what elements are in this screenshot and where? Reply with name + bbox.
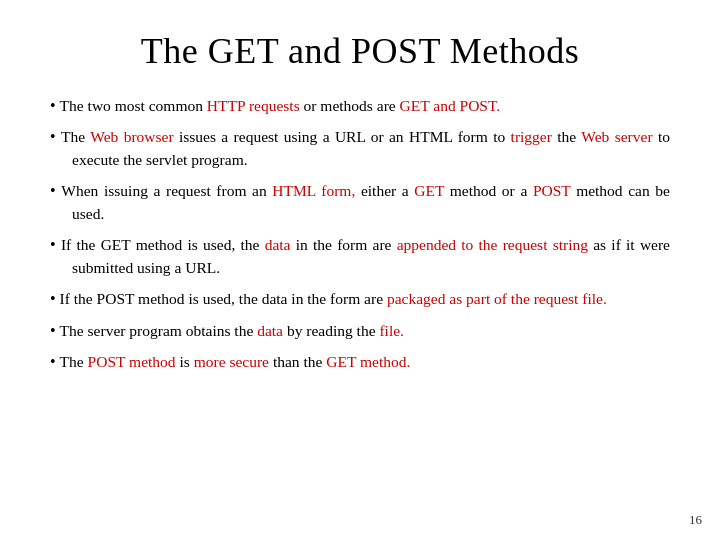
bullet-text: The server program obtains the data by r… <box>60 322 404 339</box>
highlight: HTTP requests <box>207 97 300 114</box>
highlight: Web server <box>581 128 652 145</box>
list-item: If the POST method is used, the data in … <box>50 287 670 310</box>
bullet-list: The two most common HTTP requests or met… <box>50 94 670 374</box>
highlight: Web browser <box>90 128 173 145</box>
slide: The GET and POST Methods The two most co… <box>0 0 720 540</box>
bullet-text: When issuing a request from an HTML form… <box>61 182 670 221</box>
list-item: The two most common HTTP requests or met… <box>50 94 670 117</box>
bullet-text: The two most common HTTP requests or met… <box>60 97 501 114</box>
bullet-text: If the POST method is used, the data in … <box>60 290 607 307</box>
highlight: GET method. <box>326 353 410 370</box>
highlight: data <box>265 236 291 253</box>
highlight: HTML form, <box>272 182 355 199</box>
highlight: packaged as part of the request file. <box>387 290 607 307</box>
highlight: file. <box>379 322 404 339</box>
highlight: appended to the request string <box>397 236 588 253</box>
page-number: 16 <box>689 512 702 528</box>
list-item: When issuing a request from an HTML form… <box>50 179 670 225</box>
list-item: The POST method is more secure than the … <box>50 350 670 373</box>
bullet-text: If the GET method is used, the data in t… <box>61 236 670 275</box>
highlight: GET and POST. <box>400 97 501 114</box>
list-item: If the GET method is used, the data in t… <box>50 233 670 279</box>
highlight: POST method <box>88 353 176 370</box>
list-item: The Web browser issues a request using a… <box>50 125 670 171</box>
highlight: trigger <box>511 128 552 145</box>
slide-title: The GET and POST Methods <box>50 30 670 72</box>
highlight: POST <box>533 182 571 199</box>
list-item: The server program obtains the data by r… <box>50 319 670 342</box>
bullet-text: The Web browser issues a request using a… <box>61 128 670 167</box>
highlight: more secure <box>194 353 269 370</box>
highlight: data <box>257 322 283 339</box>
highlight: GET <box>414 182 444 199</box>
bullet-text: The POST method is more secure than the … <box>60 353 411 370</box>
